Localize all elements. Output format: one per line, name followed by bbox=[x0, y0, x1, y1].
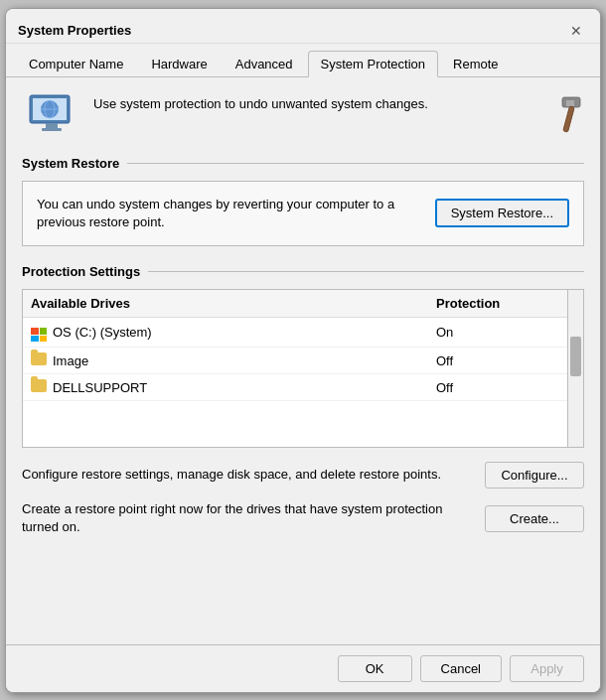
tab-system-protection[interactable]: System Protection bbox=[308, 51, 439, 77]
hammer-icon bbox=[544, 91, 584, 142]
tab-hardware[interactable]: Hardware bbox=[138, 51, 220, 77]
system-restore-heading: System Restore bbox=[22, 156, 584, 171]
drive-protection-image: Off bbox=[436, 353, 575, 368]
tabs-bar: Computer Name Hardware Advanced System P… bbox=[6, 44, 600, 77]
protection-settings-section: Protection Settings Available Drives Pro… bbox=[22, 264, 584, 448]
computer-icon-area bbox=[22, 91, 81, 135]
drive-name-os: OS (C:) (System) bbox=[31, 323, 436, 343]
info-text: Use system protection to undo unwanted s… bbox=[93, 91, 532, 113]
configure-description: Configure restore settings, manage disk … bbox=[22, 466, 473, 484]
create-description: Create a restore point right now for the… bbox=[22, 500, 473, 536]
tab-advanced[interactable]: Advanced bbox=[223, 51, 306, 77]
system-restore-panel: You can undo system changes by reverting… bbox=[22, 181, 584, 246]
drive-row-os[interactable]: OS (C:) (System) On bbox=[23, 318, 583, 349]
protection-settings-heading: Protection Settings bbox=[22, 264, 584, 279]
configure-row: Configure restore settings, manage disk … bbox=[22, 462, 584, 489]
drive-row-dellsupport[interactable]: DELLSUPPORT Off bbox=[23, 374, 583, 401]
drives-scrollbar[interactable] bbox=[567, 290, 583, 447]
system-restore-description: You can undo system changes by reverting… bbox=[37, 196, 425, 231]
drive-protection-dellsupport: Off bbox=[436, 380, 575, 395]
drive-name-image: Image bbox=[31, 352, 436, 368]
drive-name-dellsupport: DELLSUPPORT bbox=[31, 379, 436, 395]
header-protection: Protection bbox=[436, 296, 575, 311]
tab-content: Use system protection to undo unwanted s… bbox=[6, 77, 600, 644]
close-button[interactable]: ✕ bbox=[564, 19, 588, 43]
drive-row-image[interactable]: Image Off bbox=[23, 348, 583, 374]
dialog-title: System Properties bbox=[18, 23, 131, 38]
svg-rect-3 bbox=[42, 128, 62, 131]
ok-button[interactable]: OK bbox=[338, 655, 412, 682]
svg-rect-8 bbox=[566, 100, 574, 106]
system-restore-button[interactable]: System Restore... bbox=[435, 199, 569, 227]
info-section: Use system protection to undo unwanted s… bbox=[22, 91, 584, 142]
title-bar: System Properties ✕ bbox=[6, 9, 600, 44]
create-row: Create a restore point right now for the… bbox=[22, 500, 584, 536]
svg-rect-9 bbox=[563, 105, 575, 131]
create-button[interactable]: Create... bbox=[485, 505, 584, 532]
footer-bar: OK Cancel Apply bbox=[6, 644, 600, 692]
folder-icon-image bbox=[31, 352, 47, 368]
scrollbar-thumb bbox=[570, 337, 581, 376]
folder-icon-dellsupport bbox=[31, 379, 47, 395]
windows-logo-icon bbox=[31, 323, 47, 343]
header-drives: Available Drives bbox=[31, 296, 436, 311]
drive-protection-os: On bbox=[436, 325, 575, 340]
configure-button[interactable]: Configure... bbox=[485, 462, 584, 489]
drives-table-header: Available Drives Protection bbox=[23, 290, 583, 318]
computer-icon bbox=[26, 91, 77, 135]
tab-computer-name[interactable]: Computer Name bbox=[16, 51, 136, 77]
apply-button[interactable]: Apply bbox=[510, 655, 584, 682]
cancel-button[interactable]: Cancel bbox=[420, 655, 502, 682]
svg-rect-2 bbox=[46, 123, 58, 128]
tab-remote[interactable]: Remote bbox=[440, 51, 512, 77]
drives-table: Available Drives Protection OS (C:) (Sys… bbox=[22, 289, 584, 448]
system-properties-dialog: System Properties ✕ Computer Name Hardwa… bbox=[5, 8, 601, 693]
